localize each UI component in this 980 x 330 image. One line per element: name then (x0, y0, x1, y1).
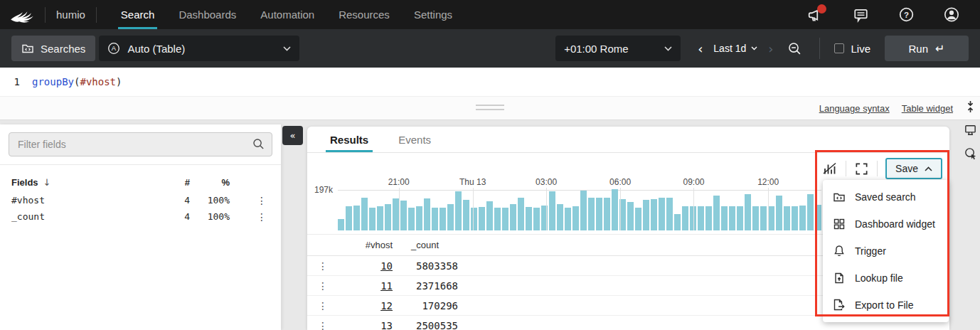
zoom-out-button[interactable] (787, 41, 802, 56)
time-range-value: Last 1d (713, 43, 746, 54)
field-row[interactable]: #vhost 4 100% ⋮ (11, 192, 270, 208)
y-axis-max-label: 197k (314, 185, 333, 195)
histogram-bar (698, 206, 704, 230)
timezone-select[interactable]: +01:00 Rome (555, 36, 681, 61)
fields-sort-header[interactable]: Fields↓ (11, 177, 159, 188)
nav-item-automation[interactable]: Automation (260, 0, 314, 29)
view-mode-select[interactable]: A Auto (Table) (99, 36, 299, 61)
histogram-bar (674, 214, 681, 230)
histogram-bar (526, 207, 532, 230)
folder-code-icon (21, 42, 34, 55)
help-icon[interactable]: ? (898, 6, 915, 23)
histogram-bars (338, 188, 821, 230)
searches-label: Searches (41, 43, 85, 55)
fullscreen-icon[interactable] (854, 161, 869, 176)
vertical-gridline (473, 188, 474, 230)
percent-column-header: % (190, 177, 230, 188)
announcements-icon[interactable] (806, 6, 824, 23)
histogram-bar (353, 206, 360, 230)
histogram-bar (627, 202, 634, 230)
field-row[interactable]: _count 4 100% ⋮ (11, 208, 270, 225)
vhost-value-link[interactable]: 12 (380, 300, 393, 312)
histogram-bar (369, 208, 376, 230)
menu-item-label: Dashboard widget (855, 218, 935, 230)
histogram-bar (549, 191, 555, 230)
return-key-icon: ↵ (935, 42, 944, 55)
save-label: Save (895, 163, 918, 174)
histogram-bar (447, 204, 454, 230)
query-argument: #vhost (80, 76, 116, 87)
chart-toolbar: Save (821, 158, 942, 179)
nav-item-resources[interactable]: Resources (339, 0, 390, 29)
tab-events[interactable]: Events (398, 127, 431, 152)
histogram-plot[interactable]: 197k 21:00Thu 1303:0006:0009:0012:00 (338, 177, 821, 230)
right-icon-strip (962, 100, 979, 161)
saved-search-icon (833, 191, 846, 203)
toggle-histogram-icon[interactable] (821, 161, 838, 176)
time-forward-button[interactable]: › (761, 41, 780, 56)
run-button[interactable]: Run ↵ (885, 36, 969, 61)
language-syntax-link[interactable]: Language syntax (819, 103, 890, 114)
histogram-bar (807, 194, 814, 231)
searches-button[interactable]: Searches (11, 36, 95, 61)
save-button[interactable]: Save (885, 158, 942, 179)
collapse-fields-panel-button[interactable]: « (282, 126, 303, 145)
top-nav-icons: ? (806, 6, 970, 23)
live-checkbox[interactable] (834, 43, 844, 53)
nav-item-dashboards[interactable]: Dashboards (179, 0, 236, 29)
kebab-menu-icon[interactable]: ⋮ (230, 195, 270, 206)
tab-results[interactable]: Results (330, 127, 368, 152)
table-widget-link[interactable]: Table widget (902, 103, 953, 114)
histogram-bar (557, 204, 563, 230)
nav-item-search[interactable]: Search (121, 0, 155, 29)
histogram-bar (604, 198, 610, 230)
vhost-column-header[interactable]: #vhost (347, 240, 393, 250)
menu-item-saved-search[interactable]: Saved search (823, 183, 949, 211)
histogram-bar (745, 194, 751, 231)
histogram-bar (815, 205, 821, 230)
resize-handle[interactable] (476, 105, 504, 113)
vertical-gridline (620, 188, 621, 230)
histogram-bar (479, 207, 485, 230)
chevron-down-icon (283, 46, 291, 51)
nav-item-settings[interactable]: Settings (414, 0, 452, 29)
live-toggle[interactable]: Live (834, 43, 870, 55)
kebab-menu-icon[interactable]: ⋮ (307, 320, 347, 330)
count-value: 2500535 (393, 320, 458, 330)
histogram-bar (588, 198, 595, 230)
time-range-select[interactable]: Last 1d (710, 43, 761, 54)
inspect-search-icon[interactable] (964, 147, 977, 161)
kebab-menu-icon[interactable]: ⋮ (307, 300, 347, 312)
kebab-menu-icon[interactable]: ⋮ (307, 280, 347, 292)
filter-fields-input[interactable] (9, 132, 272, 156)
menu-item-dashboard-widget[interactable]: Dashboard widget (823, 211, 949, 238)
crowdstrike-logo-icon[interactable] (10, 6, 34, 24)
repository-name[interactable]: humio (56, 9, 85, 21)
histogram-bar (455, 191, 462, 230)
histogram-bar (565, 208, 571, 230)
menu-item-label: Export to File (855, 299, 913, 311)
x-axis-tick-label: Thu 13 (459, 177, 486, 187)
time-back-button[interactable]: ‹ (691, 41, 710, 56)
menu-item-export-to-file[interactable]: Export to File (823, 292, 949, 319)
histogram-bar (338, 219, 344, 230)
count-value: 170296 (393, 300, 458, 312)
vhost-value-link[interactable]: 10 (380, 260, 393, 272)
vertical-gridline (768, 188, 769, 230)
feedback-icon[interactable] (852, 6, 869, 23)
collapse-vertical-icon[interactable] (964, 100, 977, 114)
menu-item-lookup-file[interactable]: Lookup file (823, 265, 949, 292)
menu-item-trigger[interactable]: Trigger (823, 238, 949, 265)
menu-item-label: Lookup file (855, 272, 903, 284)
display-board-icon[interactable] (964, 123, 977, 137)
kebab-menu-icon[interactable]: ⋮ (307, 260, 347, 272)
query-editor[interactable]: 1 groupBy(#vhost) (0, 68, 980, 96)
kebab-menu-icon[interactable]: ⋮ (230, 211, 270, 223)
vhost-value-link[interactable]: 11 (380, 280, 393, 292)
count-column-header[interactable]: _count (393, 240, 458, 250)
filter-fields-wrap (9, 132, 272, 156)
histogram-bar (643, 200, 649, 230)
account-icon[interactable] (943, 6, 960, 23)
vhost-value-link[interactable]: 13 (380, 320, 393, 330)
histogram-bar (385, 204, 391, 230)
